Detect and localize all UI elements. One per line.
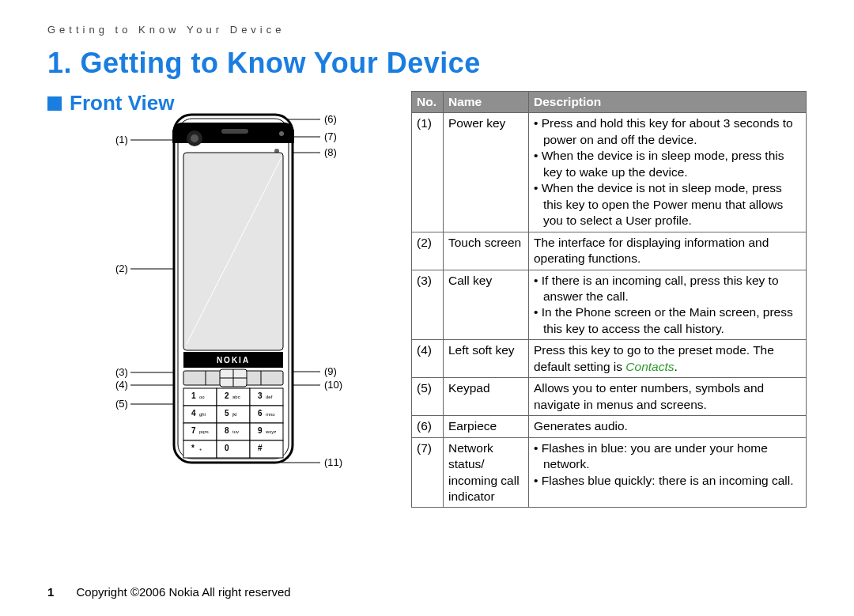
svg-text:0: 0 bbox=[225, 444, 229, 452]
cell-no: (4) bbox=[412, 340, 444, 378]
callout-10: (10) bbox=[324, 379, 342, 391]
front-view-diagram: Front View bbox=[47, 91, 380, 486]
table-row: (1)Power keyPress and hold this key for … bbox=[412, 113, 807, 232]
cell-desc: If there is an incoming call, press this… bbox=[529, 270, 807, 340]
svg-text:*: * bbox=[191, 444, 195, 452]
cell-desc: Press this key to go to the preset mode.… bbox=[529, 340, 807, 378]
callout-5: (5) bbox=[115, 398, 128, 410]
th-desc: Description bbox=[529, 92, 807, 113]
svg-text:1: 1 bbox=[191, 391, 196, 400]
callout-2: (2) bbox=[115, 263, 128, 274]
svg-text:6: 6 bbox=[258, 409, 263, 418]
cell-desc: Press and hold this key for about 3 seco… bbox=[529, 113, 807, 232]
svg-rect-15 bbox=[221, 129, 248, 134]
svg-text:7: 7 bbox=[191, 426, 196, 435]
callout-4: (4) bbox=[115, 379, 128, 391]
cell-name: Earpiece bbox=[444, 416, 529, 437]
svg-text:ghi: ghi bbox=[199, 412, 206, 417]
cell-name: Call key bbox=[444, 270, 529, 340]
page-number: 1 bbox=[47, 585, 54, 599]
callout-9: (9) bbox=[324, 365, 337, 377]
svg-text:tuv: tuv bbox=[232, 429, 239, 434]
running-header: Getting to Know Your Device bbox=[47, 24, 807, 36]
square-bullet-icon bbox=[47, 96, 62, 111]
svg-text:#: # bbox=[258, 444, 263, 452]
svg-text:2: 2 bbox=[225, 391, 229, 400]
table-row: (6)EarpieceGenerates audio. bbox=[412, 416, 807, 437]
svg-text:wxyz: wxyz bbox=[265, 429, 276, 434]
cell-no: (1) bbox=[412, 113, 444, 232]
cell-desc: The interface for displaying information… bbox=[529, 232, 807, 270]
th-name: Name bbox=[444, 92, 529, 113]
cell-name: Left soft key bbox=[444, 340, 529, 378]
svg-point-16 bbox=[279, 131, 284, 136]
cell-name: Network status/ incoming call indicator bbox=[444, 437, 529, 508]
subsection-title: Front View bbox=[70, 91, 174, 115]
svg-rect-58 bbox=[217, 440, 250, 458]
svg-point-14 bbox=[191, 134, 198, 142]
callout-1: (1) bbox=[115, 134, 128, 145]
cell-no: (2) bbox=[412, 232, 444, 270]
cell-no: (5) bbox=[412, 378, 444, 416]
cell-name: Keypad bbox=[444, 378, 529, 416]
svg-text:NOKIA: NOKIA bbox=[217, 356, 250, 365]
table-row: (7)Network status/ incoming call indicat… bbox=[412, 437, 807, 508]
svg-text:5: 5 bbox=[225, 409, 229, 418]
svg-text:pqrs: pqrs bbox=[199, 429, 209, 434]
callout-6: (6) bbox=[324, 113, 337, 125]
svg-text:def: def bbox=[266, 395, 273, 399]
table-row: (4)Left soft keyPress this key to go to … bbox=[412, 340, 807, 378]
table-row: (2)Touch screenThe interface for display… bbox=[412, 232, 807, 270]
svg-text:3: 3 bbox=[258, 391, 263, 400]
callout-3: (3) bbox=[115, 366, 128, 378]
svg-text:jkl: jkl bbox=[232, 412, 237, 417]
svg-text:abc: abc bbox=[232, 395, 240, 399]
callout-11: (11) bbox=[324, 456, 342, 468]
table-row: (5)KeypadAllows you to enter numbers, sy… bbox=[412, 378, 807, 416]
svg-text:oo: oo bbox=[199, 395, 205, 399]
cell-no: (7) bbox=[412, 437, 444, 508]
svg-rect-60 bbox=[250, 440, 283, 458]
cell-desc: Allows you to enter numbers, symbols and… bbox=[529, 378, 807, 416]
th-no: No. bbox=[412, 92, 444, 113]
section-title: 1. Getting to Know Your Device bbox=[47, 47, 807, 80]
table-row: (3)Call keyIf there is an incoming call,… bbox=[412, 270, 807, 340]
cell-no: (6) bbox=[412, 416, 444, 437]
cell-desc: Flashes in blue: you are under your home… bbox=[529, 437, 807, 508]
svg-text:+: + bbox=[199, 447, 202, 452]
copyright: Copyright ©2006 Nokia All right reserved bbox=[77, 585, 291, 599]
svg-text:4: 4 bbox=[191, 409, 196, 418]
cell-name: Touch screen bbox=[444, 232, 529, 270]
svg-text:mno: mno bbox=[266, 412, 275, 417]
cell-name: Power key bbox=[444, 113, 529, 232]
callout-7: (7) bbox=[324, 130, 337, 142]
callout-8: (8) bbox=[324, 146, 337, 158]
parts-table: No. Name Description (1)Power keyPress a… bbox=[411, 91, 807, 508]
svg-text:8: 8 bbox=[225, 426, 229, 435]
svg-text:9: 9 bbox=[258, 426, 263, 435]
footer: 1 Copyright ©2006 Nokia All right reserv… bbox=[47, 585, 291, 599]
cell-no: (3) bbox=[412, 270, 444, 340]
cell-desc: Generates audio. bbox=[529, 416, 807, 437]
